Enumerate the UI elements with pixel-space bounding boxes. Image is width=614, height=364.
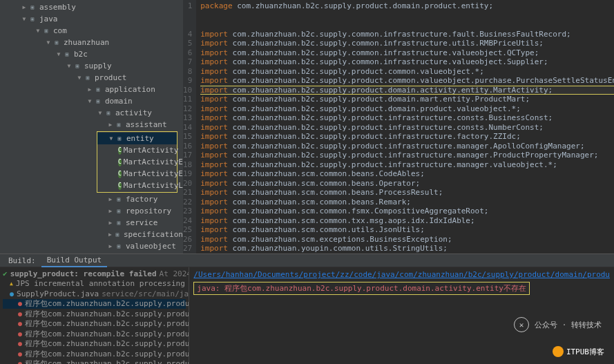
code-line: import com.zhuanzhuan.scm.common.beans.R… [200,198,614,207]
highlight-entity-group: ▼▣entity CMartActivity CMartActivityExtr… [97,131,178,193]
build-error[interactable]: 程序包com.zhuanzhuan.b2c.supply.product.inf… [3,329,186,339]
code-line-highlighted: import com.zhuanzhuan.b2c.supply.product… [200,86,614,95]
build-output-console[interactable]: /Users/hanhan/Documents/project/zz/code/… [189,267,614,364]
code-line: import com.zhuanzhuan.b2c.supply.common.… [200,30,614,39]
tab-build[interactable]: Build: [3,255,41,267]
tree-pkg-factory[interactable]: ▶▣factory [0,193,183,205]
code-line: import com.zhuanzhuan.b2c.supply.product… [200,95,614,104]
tree-folder-java[interactable]: ▼▣java [0,13,183,25]
tree-class-martactivitylog[interactable]: CMartActivityLog [97,180,177,191]
error-message-highlight: java: 程序包com.zhuanzhuan.b2c.supply.produ… [193,282,530,295]
code-line: import com.zhuanzhuan.b2c.supply.product… [200,123,614,133]
tree-pkg-entity[interactable]: ▼▣entity [97,133,177,144]
watermark: ✕公众号 · 转转技术 [514,317,602,332]
tree-class-martactivityextra[interactable]: CMartActivityExtra [97,156,177,168]
tree-pkg-application[interactable]: ▶▣application [0,84,183,95]
tree-pkg-activity[interactable]: ▼▣activity [0,107,183,119]
tree-pkg-assistant[interactable]: ▶▣assistant [0,119,183,131]
code-line: import com.zhuanzhuan.scm.common.utils.J… [200,225,614,235]
code-line: import com.zhuanzhuan.scm.common.fsmx.Co… [200,207,614,216]
code-line: import com.zhuanzhuan.b2c.supply.common.… [200,57,614,67]
build-file[interactable]: SupplyProduct.java service/src/main/java… [3,289,186,299]
code-line: import com.zhuanzhuan.b2c.supply.product… [200,104,614,114]
error-file-link[interactable]: /Users/hanhan/Documents/project/zz/code/… [193,270,610,279]
build-error[interactable]: 程序包com.zhuanzhuan.b2c.supply.product.inf… [3,339,186,349]
code-line: import com.zhuanzhuan.b2c.supply.product… [200,142,614,151]
build-error[interactable]: 程序包com.zhuanzhuan.b2c.supply.product.inf… [3,359,186,365]
build-messages-tree[interactable]: ✔supply_product: recompile failed At 202… [0,267,189,364]
line-gutter: 1 45678910111213141516171819202122232425… [183,0,196,253]
code-line: import com.zhuanzhuan.youpin.common.util… [200,244,614,253]
build-warning[interactable]: JPS incremental annotation processing is… [3,279,186,289]
code-line: import com.zhuanzhuan.b2c.supply.product… [200,113,614,123]
tree-pkg-product[interactable]: ▼▣product [0,72,183,84]
logo-itpub: ITPUB博客 [553,346,604,357]
tree-pkg-service[interactable]: ▶▣service [0,217,183,229]
build-error[interactable]: 程序包com.zhuanzhuan.b2c.supply.product.dom… [3,309,186,319]
code-editor[interactable]: 1 45678910111213141516171819202122232425… [183,0,614,253]
tree-pkg-zhuanzhuan[interactable]: ▼▣zhuanzhuan [0,37,183,48]
code-line: import com.zhuanzhuan.scm.exceptions.Bus… [200,235,614,245]
tree-class-martactivity[interactable]: CMartActivity [97,144,177,156]
code-line: import com.zhuanzhuan.b2c.supply.product… [200,76,614,86]
code-line: import com.zhuanzhuan.scm.common.beans.C… [200,169,614,179]
tab-build-output[interactable]: Build Output [41,254,107,267]
code-line: import com.zhuanzhuan.scm.common.txx.msg… [200,216,614,226]
code-line: import com.zhuanzhuan.scm.common.beans.P… [200,188,614,198]
project-tree[interactable]: ▶▣assembly ▼▣java ▼▣com ▼▣zhuanzhuan ▼▣b… [0,0,183,253]
code-line: import com.zhuanzhuan.b2c.supply.product… [200,151,614,160]
code-content[interactable]: package com.zhuanzhuan.b2c.supply.produc… [196,0,614,253]
tree-folder-assembly[interactable]: ▶▣assembly [0,1,183,13]
code-line: import com.zhuanzhuan.scm.common.beans.O… [200,179,614,189]
build-panel: Build:Build Output ✔supply_product: reco… [0,253,614,364]
build-tabs[interactable]: Build:Build Output [0,254,614,267]
tree-pkg-valueobject[interactable]: ▶▣valueobject [0,240,183,252]
tree-pkg-com[interactable]: ▼▣com [0,25,183,37]
code-line: import com.zhuanzhuan.b2c.supply.product… [200,67,614,77]
build-error[interactable]: 程序包com.zhuanzhuan.b2c.supply.product.inf… [3,349,186,359]
build-root[interactable]: ✔supply_product: recompile failed At 202… [3,269,186,279]
tree-class-martactivityextras[interactable]: CMartActivityExtras [97,168,177,180]
tree-pkg-specification[interactable]: ▶▣specification [0,229,183,240]
tree-pkg-domain[interactable]: ▼▣domain [0,95,183,107]
code-line: import com.zhuanzhuan.b2c.supply.common.… [200,48,614,58]
tree-pkg-b2c[interactable]: ▼▣b2c [0,48,183,60]
build-error[interactable]: 程序包com.zhuanzhuan.b2c.supply.product.dom… [3,299,186,309]
code-line: import com.zhuanzhuan.b2c.supply.common.… [200,39,614,48]
tree-pkg-supply[interactable]: ▼▣supply [0,60,183,72]
code-line: package com.zhuanzhuan.b2c.supply.produc… [200,1,614,11]
code-line: import com.zhuanzhuan.b2c.supply.product… [200,132,614,142]
build-error[interactable]: 程序包com.zhuanzhuan.b2c.supply.product.inf… [3,319,186,329]
tree-pkg-repository[interactable]: ▶▣repository [0,205,183,217]
code-line: import com.zhuanzhuan.b2c.supply.product… [200,160,614,170]
